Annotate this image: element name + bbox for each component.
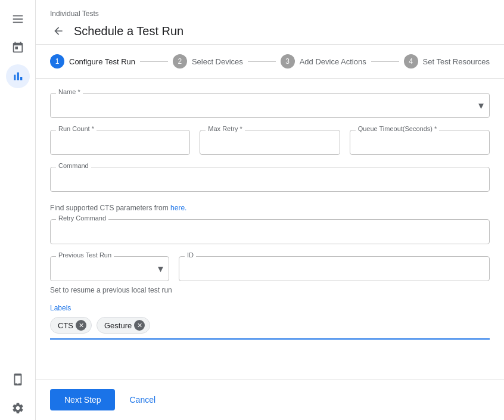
labels-title: Labels <box>50 304 490 312</box>
step-select-devices: 2 Select Devices <box>173 54 243 69</box>
id-input[interactable] <box>179 256 490 281</box>
labels-section: Labels CTS ✕ Gesture ✕ <box>50 304 490 340</box>
svg-rect-1 <box>13 18 23 20</box>
step-4-label: Set Test Resources <box>423 57 490 66</box>
step-connector-3 <box>371 61 399 62</box>
form-area: Name CTS 8.1 (ARM) ▾ Run Count 1 Max Ret… <box>36 79 504 379</box>
max-retry-field: Max Retry 4 <box>200 130 340 155</box>
next-step-button[interactable]: Next Step <box>50 389 115 410</box>
top-bar: Individual Tests Schedule a Test Run <box>36 0 504 45</box>
chip-cts: CTS ✕ <box>50 317 92 334</box>
step-add-device-actions: 3 Add Device Actions <box>281 54 366 69</box>
page-title: Schedule a Test Run <box>74 24 183 38</box>
hint-prefix: Find supported CTS parameters from <box>50 204 170 212</box>
sidebar-icon-settings[interactable] <box>6 396 30 420</box>
step-1-label: Configure Test Run <box>69 57 135 66</box>
step-2-circle: 2 <box>173 54 187 69</box>
run-count-input[interactable]: 1 <box>50 130 190 155</box>
chip-gesture: Gesture ✕ <box>97 317 150 334</box>
max-retry-input[interactable]: 4 <box>200 130 340 155</box>
previous-test-run-input[interactable]: Local <box>50 256 169 281</box>
sidebar-icon-calendar[interactable] <box>6 36 30 60</box>
run-count-label: Run Count <box>56 125 97 132</box>
svg-rect-0 <box>13 15 23 17</box>
chips-row: CTS ✕ Gesture ✕ <box>50 317 490 340</box>
hint-text: Find supported CTS parameters from here. <box>50 204 490 212</box>
id-field: ID <box>179 256 490 281</box>
bottom-bar: Next Step Cancel <box>36 379 504 420</box>
name-label: Name <box>56 88 83 95</box>
queue-timeout-input[interactable]: 86400 <box>350 130 490 155</box>
step-1-circle: 1 <box>50 54 64 69</box>
chip-cts-remove[interactable]: ✕ <box>76 320 86 331</box>
max-retry-label: Max Retry <box>206 125 244 132</box>
sidebar-icon-chart[interactable] <box>6 64 30 88</box>
sidebar-icon-phone[interactable] <box>6 368 30 391</box>
command-label: Command <box>56 162 91 169</box>
resume-info-text: Set to resume a previous local test run <box>50 286 490 294</box>
queue-timeout-field: Queue Timeout(Seconds) 86400 <box>350 130 490 155</box>
step-2-label: Select Devices <box>192 57 243 66</box>
name-field: Name CTS 8.1 (ARM) ▾ <box>50 93 490 118</box>
step-set-test-resources: 4 Set Test Resources <box>404 54 490 69</box>
stepper: 1 Configure Test Run 2 Select Devices 3 … <box>36 45 504 79</box>
cancel-button[interactable]: Cancel <box>125 389 160 410</box>
chip-gesture-label: Gesture <box>104 321 132 330</box>
count-retry-timeout-row: Run Count 1 Max Retry 4 Queue Timeout(Se… <box>50 130 490 155</box>
svg-rect-2 <box>13 22 23 23</box>
main-content: Individual Tests Schedule a Test Run 1 C… <box>36 0 504 420</box>
id-label: ID <box>185 251 196 259</box>
step-3-label: Add Device Actions <box>300 57 366 66</box>
retry-command-label: Retry Command <box>56 214 108 222</box>
retry-command-input[interactable]: cts --retry 0 <box>50 219 490 244</box>
step-connector-2 <box>248 61 276 62</box>
name-input[interactable]: CTS 8.1 (ARM) <box>50 93 490 118</box>
sidebar <box>0 0 36 420</box>
command-field: Command cts-suite -m Gesture <box>50 167 490 192</box>
back-button[interactable] <box>50 23 67 39</box>
retry-command-field: Retry Command cts --retry 0 <box>50 219 490 244</box>
command-input[interactable]: cts-suite -m Gesture <box>50 167 490 192</box>
chip-cts-label: CTS <box>58 321 73 330</box>
step-4-circle: 4 <box>404 54 418 69</box>
step-connector-1 <box>140 61 168 62</box>
step-3-circle: 3 <box>281 54 295 69</box>
run-count-field: Run Count 1 <box>50 130 190 155</box>
previous-test-run-label: Previous Test Run <box>56 251 114 259</box>
breadcrumb: Individual Tests <box>50 10 490 18</box>
chip-gesture-remove[interactable]: ✕ <box>134 320 145 331</box>
step-configure: 1 Configure Test Run <box>50 54 135 69</box>
hint-link[interactable]: here. <box>170 204 186 212</box>
queue-timeout-label: Queue Timeout(Seconds) <box>356 125 440 132</box>
sidebar-icon-list[interactable] <box>6 7 30 31</box>
previous-test-run-field: Previous Test Run Local ▾ <box>50 256 169 281</box>
prev-id-row: Previous Test Run Local ▾ ID <box>50 256 490 281</box>
